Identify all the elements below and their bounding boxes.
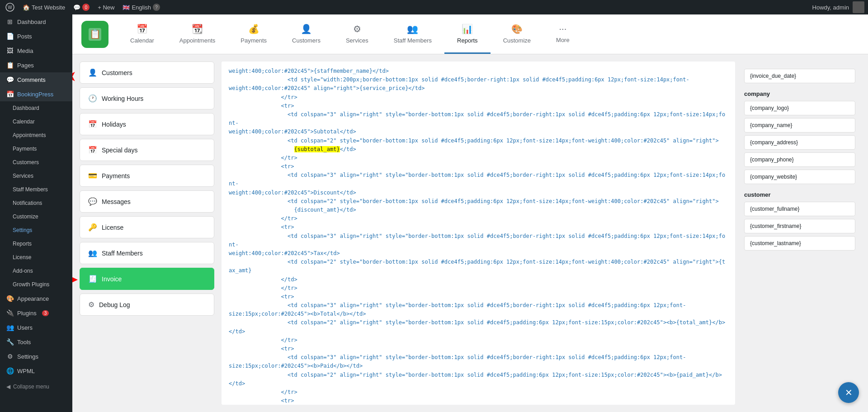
customer-firstname-tag[interactable]: {customer_firstname} <box>744 219 855 233</box>
debug-log-btn[interactable]: ⚙ Debug Log <box>80 294 214 316</box>
media-icon: 🖼 <box>6 47 14 54</box>
sidebar-item-appointments[interactable]: Appointments <box>0 128 72 142</box>
collapse-menu-btn[interactable]: ◀ Collapse menu <box>0 380 72 393</box>
wp-logo[interactable]: W <box>4 3 16 12</box>
sidebar-item-dashboard[interactable]: ⊞ Dashboard <box>0 14 72 29</box>
payments-submenu-btn[interactable]: 💳 Payments <box>80 165 214 187</box>
sidebar-item-services-sub[interactable]: Services <box>0 169 72 183</box>
payments-btn-icon: 💳 <box>88 171 97 180</box>
customer-section: customer {customer_fullname} {customer_f… <box>744 191 855 251</box>
wpml-icon: 🌐 <box>6 367 14 374</box>
staff-btn-icon: 👥 <box>88 249 97 257</box>
sidebar-item-appearance[interactable]: 🎨 Appearance <box>0 291 72 306</box>
content-area: ➤ 👤 Customers 🕐 Working Hours 📅 Holidays… <box>72 54 868 412</box>
staff-tab-icon: 👥 <box>407 24 418 34</box>
sidebar-item-dashboard-sub[interactable]: Dashboard <box>0 101 72 115</box>
tab-more[interactable]: ··· More <box>543 14 582 54</box>
tab-calendar[interactable]: 📅 Calendar <box>118 14 167 54</box>
posts-icon: 📄 <box>6 33 14 40</box>
sidebar-item-bookingpress[interactable]: 📅 BookingPress <box>0 87 72 101</box>
customers-tab-icon: 👤 <box>301 24 312 34</box>
sidebar-item-license[interactable]: License <box>0 251 72 264</box>
invoice-icon: 🧾 <box>88 275 97 283</box>
tab-reports[interactable]: 📊 Reports <box>444 14 491 54</box>
plugin-nav: 📋 📅 Calendar 📆 Appointments 💰 Payments 👤 <box>72 14 868 54</box>
sidebar-item-wpml[interactable]: 🌐 WPML <box>0 364 72 378</box>
company-website-tag[interactable]: {company_website} <box>744 170 855 184</box>
customers-btn-icon: 👤 <box>88 68 97 77</box>
working-hours-icon: 🕐 <box>88 94 97 103</box>
tab-customize[interactable]: 🎨 Customize <box>491 14 543 54</box>
main-editor: weight:400;color:#202c45">{staffmember_n… <box>222 62 735 405</box>
special-days-btn[interactable]: 📅 Special days <box>80 139 214 161</box>
sidebar-item-growth[interactable]: Growth Plugins <box>0 278 72 291</box>
svg-text:W: W <box>8 5 12 10</box>
company-phone-tag[interactable]: {company_phone} <box>744 152 855 167</box>
tab-payments[interactable]: 💰 Payments <box>228 14 279 54</box>
sidebar-submenu: Dashboard Calendar Appointments Payments… <box>0 101 72 291</box>
sidebar: ⊞ Dashboard 📄 Posts 🖼 Media 📋 Pages 💬 Co… <box>0 14 72 412</box>
working-hours-btn[interactable]: 🕐 Working Hours <box>80 87 214 109</box>
sidebar-item-comments[interactable]: 💬 Comments <box>0 72 72 87</box>
sidebar-item-settings[interactable]: Settings <box>0 223 72 237</box>
sidebar-item-plugins[interactable]: 🔌 Plugins 3 <box>0 306 72 320</box>
lang-switcher[interactable]: 🇬🇧 English ? <box>121 4 162 11</box>
sidebar-item-media[interactable]: 🖼 Media <box>0 43 72 58</box>
sidebar-item-addons[interactable]: Add-ons <box>0 264 72 278</box>
sidebar-item-payments-sub[interactable]: Payments <box>0 142 72 156</box>
staff-members-btn[interactable]: 👥 Staff Members <box>80 242 214 264</box>
sidebar-item-calendar[interactable]: Calendar <box>0 115 72 128</box>
holidays-icon: 📅 <box>88 120 97 128</box>
sidebar-item-customers-sub[interactable]: Customers <box>0 156 72 169</box>
license-btn[interactable]: 🔑 License <box>80 216 214 238</box>
settings-icon: ⚙ <box>6 353 14 360</box>
license-icon: 🔑 <box>88 223 97 232</box>
admin-bar-right: Howdy, admin <box>812 1 864 13</box>
company-address-tag[interactable]: {company_address} <box>744 135 855 150</box>
company-logo-tag[interactable]: {company_logo} <box>744 101 855 115</box>
tab-appointments[interactable]: 📆 Appointments <box>167 14 228 54</box>
help-icon: ✕ <box>845 387 853 398</box>
customer-lastname-tag[interactable]: {customer_lastname} <box>744 236 855 251</box>
debug-icon: ⚙ <box>88 300 94 309</box>
right-panel: {invoice_due_date} company {company_logo… <box>739 62 861 405</box>
sidebar-item-customize-sub[interactable]: Customize <box>0 210 72 223</box>
sidebar-item-tools[interactable]: 🔧 Tools <box>0 335 72 349</box>
site-name[interactable]: 🏠 Test Website <box>21 4 67 11</box>
editor-content[interactable]: weight:400;color:#202c45">{staffmember_n… <box>222 62 735 405</box>
invoice-section: ➤ 🧾 Invoice <box>80 268 214 290</box>
company-section-label: company <box>744 90 855 97</box>
invoice-due-date-tag[interactable]: {invoice_due_date} <box>744 69 855 83</box>
holidays-btn[interactable]: 📅 Holidays <box>80 113 214 135</box>
code-block: weight:400;color:#202c45">{staffmember_n… <box>229 67 728 405</box>
nav-tabs: 📅 Calendar 📆 Appointments 💰 Payments 👤 C… <box>118 14 582 54</box>
appointments-tab-icon: 📆 <box>192 24 203 34</box>
tab-customers[interactable]: 👤 Customers <box>279 14 333 54</box>
floating-help-btn[interactable]: ✕ <box>838 382 859 403</box>
sidebar-item-reports-sub[interactable]: Reports <box>0 237 72 251</box>
sidebar-item-notifications[interactable]: Notifications <box>0 196 72 210</box>
comments-count[interactable]: 💬 0 <box>71 4 91 11</box>
sidebar-item-users[interactable]: 👥 Users <box>0 320 72 335</box>
customers-btn[interactable]: 👤 Customers <box>80 62 214 84</box>
arrow-2: ➤ <box>72 272 77 287</box>
tab-services[interactable]: ⚙ Services <box>333 14 381 54</box>
dashboard-icon: ⊞ <box>6 18 14 25</box>
tab-staff[interactable]: 👥 Staff Members <box>381 14 444 54</box>
comments-icon: 💬 <box>6 76 14 83</box>
sidebar-item-settings-wp[interactable]: ⚙ Settings <box>0 349 72 364</box>
sidebar-item-posts[interactable]: 📄 Posts <box>0 29 72 43</box>
sidebar-item-staff-sub[interactable]: Staff Members <box>0 183 72 196</box>
new-item[interactable]: + New <box>96 4 116 11</box>
customer-fullname-tag[interactable]: {customer_fullname} <box>744 202 855 216</box>
messages-btn[interactable]: 💬 Messages <box>80 190 214 213</box>
invoice-btn[interactable]: 🧾 Invoice <box>80 268 214 290</box>
svg-text:📋: 📋 <box>90 28 101 39</box>
bookingpress-icon: 📅 <box>6 90 14 98</box>
arrow-1: ➤ <box>72 70 75 85</box>
company-name-tag[interactable]: {company_name} <box>744 118 855 133</box>
tools-icon: 🔧 <box>6 338 14 346</box>
left-panel: ➤ 👤 Customers 🕐 Working Hours 📅 Holidays… <box>72 54 222 412</box>
sidebar-item-pages[interactable]: 📋 Pages <box>0 58 72 72</box>
plugin-logo: 📋 <box>81 21 108 48</box>
